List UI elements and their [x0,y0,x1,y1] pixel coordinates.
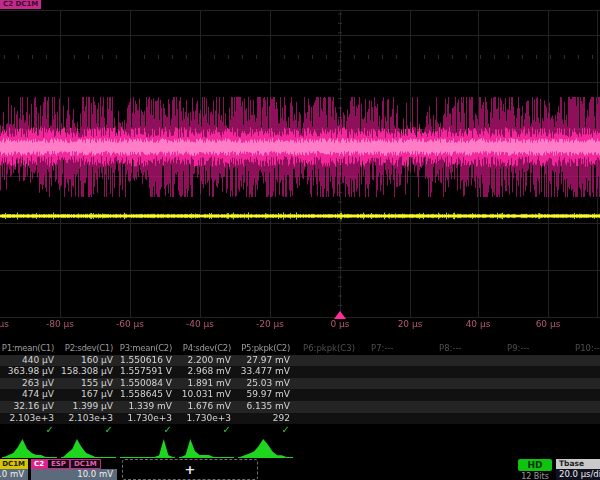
param-header[interactable]: P5:pkpk(C2) [236,343,295,355]
mean-cell: 158.308 µV [59,366,118,378]
measurement-column-p3[interactable]: P3:mean(C2)1.550616 V1.557591 V1.550084 … [118,343,177,436]
trigger-position-marker[interactable] [334,311,346,319]
sdev-cell: 1.676 mV [177,401,236,413]
num-cell: 2.103e+3 [59,413,118,425]
histicon-p1[interactable] [2,436,57,459]
param-header-inactive[interactable]: P10:--- [567,343,600,355]
param-header[interactable]: P1:mean(C1) [0,343,59,355]
num-cell: 1.730e+3 [118,413,177,425]
histicon-p2[interactable] [61,436,116,459]
sdev-cell: 32.16 µV [0,401,59,413]
mean-cell: 1.557591 V [118,366,177,378]
value-cell: 27.97 mV [236,355,295,367]
trace-c1[interactable] [0,208,600,224]
value-cell: 440 µV [0,355,59,367]
histicon-p5[interactable] [238,436,293,459]
time-axis-label: -80 µs [46,319,74,329]
time-axis-label: 60 µs [536,319,561,329]
param-header-inactive[interactable]: P6:pkpk(C3) [295,343,369,355]
param-header[interactable]: P3:mean(C2) [118,343,177,355]
time-axis-label: 0 µs [330,319,349,329]
status-checkmark-icon: ✓ [59,424,118,436]
mean-cell: 2.968 mV [177,366,236,378]
c2-coupling-tag: DC1M [70,459,101,469]
time-axis-label: -40 µs [186,319,214,329]
param-header-inactive[interactable]: P8:--- [431,343,505,355]
descriptor-bar: DC1M 10.0 mV C2 ESP DC1M 10.0 mV + HD 12… [0,458,600,480]
sdev-cell: 1.399 µV [59,401,118,413]
trace-c2[interactable] [0,97,600,197]
trace-descriptor-label: C2 DC1M [0,0,41,9]
time-axis-label: -60 µs [116,319,144,329]
value-cell: 160 µV [59,355,118,367]
status-checkmark-icon: ✓ [177,424,236,436]
status-checkmark-icon: ✓ [236,424,295,436]
param-header-inactive[interactable]: P9:--- [499,343,573,355]
hd-bits-label: 12 Bits [518,472,552,480]
max-cell: 59.97 mV [236,389,295,401]
sdev-cell: 6.135 mV [236,401,295,413]
num-cell: 2.103e+3 [0,413,59,425]
sdev-cell: 1.339 mV [118,401,177,413]
time-axis-label: 40 µs [466,319,491,329]
add-trace-button[interactable]: + [122,459,258,480]
channel-c2-descriptor[interactable]: C2 ESP DC1M 10.0 mV [31,459,117,480]
min-cell: 1.891 mV [177,378,236,390]
measurement-column-p1[interactable]: P1:mean(C1)440 µV363.98 µV263 µV474 µV32… [0,343,59,436]
max-cell: 10.031 mV [177,389,236,401]
mean-cell: 363.98 µV [0,366,59,378]
channel-c1-descriptor[interactable]: DC1M 10.0 mV [0,459,28,480]
max-cell: 1.558645 V [118,389,177,401]
time-axis-label: 20 µs [398,319,423,329]
status-checkmark-icon: ✓ [118,424,177,436]
max-cell: 474 µV [0,389,59,401]
max-cell: 167 µV [59,389,118,401]
min-cell: 155 µV [59,378,118,390]
histicon-p4[interactable] [179,436,234,459]
c2-volts-div: 10.0 mV [31,469,117,480]
c2-esp-tag: ESP [47,459,70,469]
min-cell: 263 µV [0,378,59,390]
time-axis-label: -100 µs [0,319,9,329]
min-cell: 25.03 mV [236,378,295,390]
param-header[interactable]: P2:sdev(C1) [59,343,118,355]
timebase-descriptor[interactable]: Tbase 20.0 µs/div [556,459,600,480]
status-checkmark-icon: ✓ [0,424,59,436]
param-header[interactable]: P4:sdev(C2) [177,343,236,355]
value-cell: 1.550616 V [118,355,177,367]
min-cell: 1.550084 V [118,378,177,390]
mean-cell: 33.477 mV [236,366,295,378]
timebase-label: Tbase [556,459,600,469]
time-axis-label: -20 µs [256,319,284,329]
num-cell: 1.730e+3 [177,413,236,425]
c2-name-tag: C2 [31,459,47,469]
c1-coupling-tag: DC1M [0,459,28,469]
measurement-column-p4[interactable]: P4:sdev(C2)2.200 mV2.968 mV1.891 mV10.03… [177,343,236,436]
histicon-p3[interactable] [120,436,175,459]
oscilloscope-screen: C2 DC1M P1:mean(C1)440 µV363.98 µV263 µV… [0,0,600,480]
c1-volts-div: 10.0 mV [0,469,28,480]
measurement-column-p5[interactable]: P5:pkpk(C2)27.97 mV33.477 mV25.03 mV59.9… [236,343,295,436]
timebase-value: 20.0 µs/div [556,469,600,480]
num-cell: 292 [236,413,295,425]
hd-mode-badge[interactable]: HD [518,459,552,471]
param-header-inactive[interactable]: P7:--- [363,343,437,355]
measurement-table: P1:mean(C1)440 µV363.98 µV263 µV474 µV32… [0,343,600,436]
value-cell: 2.200 mV [177,355,236,367]
measurement-column-p2[interactable]: P2:sdev(C1)160 µV158.308 µV155 µV167 µV1… [59,343,118,436]
